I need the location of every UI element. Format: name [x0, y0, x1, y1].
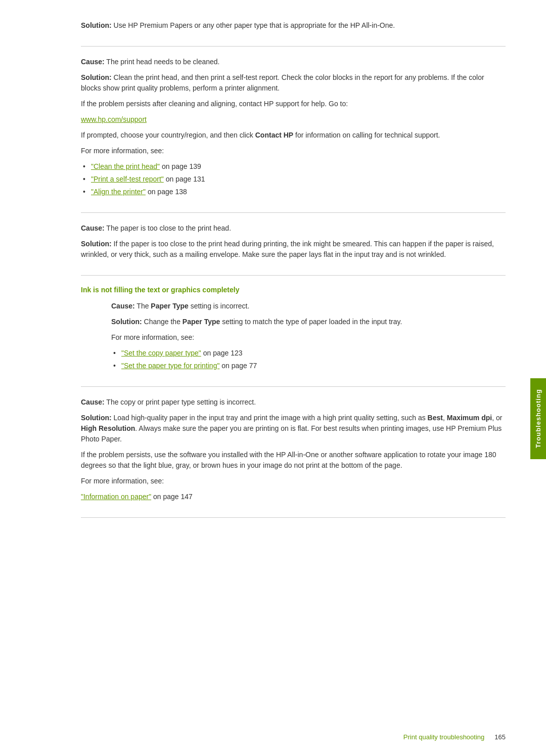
side-tab-troubleshooting: Troubleshooting [530, 378, 546, 459]
s2-cause-text: The print head needs to be cleaned. [105, 58, 220, 66]
s4-more-info: For more information, see: [111, 332, 506, 343]
clean-print-head-link[interactable]: "Clean the print head" [91, 162, 160, 170]
section-2: Cause: The print head needs to be cleane… [81, 57, 506, 213]
s2-prompted-post: for information on calling for technical… [293, 131, 440, 139]
self-test-rest: on page 131 [164, 175, 205, 183]
s2-cause-label: Cause: [81, 58, 105, 66]
s3-cause: Cause: The paper is too close to the pri… [81, 223, 506, 234]
info-on-paper-link[interactable]: "Information on paper" [81, 493, 151, 501]
s2-solution-label: Solution: [81, 73, 112, 81]
s5-best-bold: Best [428, 414, 443, 422]
s1-solution: Solution: Use HP Premium Papers or any o… [81, 20, 506, 31]
s4-paper-type-bold2: Paper Type [183, 318, 220, 326]
s1-solution-label: Solution: [81, 21, 112, 29]
list-item: "Set the copy paper type" on page 123 [121, 348, 506, 359]
self-test-report-link[interactable]: "Print a self-test report" [91, 175, 164, 183]
s4-solution-post: setting to match the type of paper loade… [220, 318, 402, 326]
footer-link[interactable]: Print quality troubleshooting [403, 733, 484, 741]
paper-type-printing-link[interactable]: "Set the paper type for printing" [121, 362, 219, 370]
s5-highres-bold: High Resolution [81, 424, 135, 432]
s4-solution: Solution: Change the Paper Type setting … [111, 317, 506, 327]
list-item: "Print a self-test report" on page 131 [91, 174, 506, 185]
list-item: "Set the paper type for printing" on pag… [121, 361, 506, 371]
s4-solution-pre: Change the [142, 318, 183, 326]
s2-solution: Solution: Clean the print head, and then… [81, 72, 506, 94]
s5-solution-pre: Load high-quality paper in the input tra… [112, 414, 428, 422]
s3-cause-label: Cause: [81, 224, 105, 232]
s2-more-info: For more information, see: [81, 146, 506, 156]
s3-cause-text: The paper is too close to the print head… [105, 224, 231, 232]
s2-contact-hp-bold: Contact HP [255, 131, 293, 139]
s4-paper-type-bold: Paper Type [151, 302, 188, 310]
s2-prompted-text: If prompted, choose your country/region,… [81, 130, 506, 141]
s5-cause-label: Cause: [81, 398, 105, 406]
s2-persists-text: If the problem persists after cleaning a… [81, 99, 506, 109]
s3-solution: Solution: If the paper is too close to t… [81, 239, 506, 260]
align-printer-link[interactable]: "Align the printer" [91, 188, 146, 196]
s2-solution-text: Clean the print head, and then print a s… [81, 73, 484, 92]
page-footer: Print quality troubleshooting 165 [0, 733, 546, 741]
section-4-content: Cause: The Paper Type setting is incorre… [81, 301, 506, 371]
s3-solution-text: If the paper is too close to the print h… [81, 240, 494, 258]
paper-type-printing-rest: on page 77 [219, 362, 257, 370]
copy-paper-type-rest: on page 123 [201, 349, 243, 357]
s4-bullet-list: "Set the copy paper type" on page 123 "S… [111, 348, 506, 371]
s4-cause-label: Cause: [111, 302, 135, 310]
s5-mid1: , [443, 414, 447, 422]
s2-prompted-pre: If prompted, choose your country/region,… [81, 131, 255, 139]
footer-page-number: 165 [494, 733, 506, 741]
s5-solution-post: . Always make sure the paper you are pri… [81, 424, 502, 443]
copy-paper-type-link[interactable]: "Set the copy paper type" [121, 349, 201, 357]
s5-solution: Solution: Load high-quality paper in the… [81, 413, 506, 444]
section-4: Ink is not filling the text or graphics … [81, 286, 506, 387]
s5-solution-label: Solution: [81, 414, 112, 422]
s2-bullet-list: "Clean the print head" on page 139 "Prin… [81, 161, 506, 197]
page-container: Solution: Use HP Premium Papers or any o… [0, 0, 546, 756]
s5-maxdpi-bold: Maximum dpi [447, 414, 492, 422]
s5-cause-text: The copy or print paper type setting is … [105, 398, 256, 406]
s4-cause-post: setting is incorrect. [189, 302, 250, 310]
list-item: "Clean the print head" on page 139 [91, 161, 506, 172]
align-printer-rest: on page 138 [146, 188, 187, 196]
s3-solution-label: Solution: [81, 240, 112, 248]
s5-cause: Cause: The copy or print paper type sett… [81, 397, 506, 408]
s5-info-on-paper: "Information on paper" on page 147 [81, 492, 506, 502]
section-1: Solution: Use HP Premium Papers or any o… [81, 20, 506, 47]
s4-cause: Cause: The Paper Type setting is incorre… [111, 301, 506, 312]
hp-support-link[interactable]: www.hp.com/support [81, 115, 147, 123]
s1-solution-text: Use HP Premium Papers or any other paper… [112, 21, 395, 29]
s5-mid2: , or [492, 414, 502, 422]
s2-hp-link[interactable]: www.hp.com/support [81, 114, 506, 125]
list-item: "Align the printer" on page 138 [91, 187, 506, 197]
section-4-heading: Ink is not filling the text or graphics … [81, 286, 506, 294]
s5-more-info: For more information, see: [81, 476, 506, 486]
info-on-paper-rest: on page 147 [151, 493, 193, 501]
section-3: Cause: The paper is too close to the pri… [81, 223, 506, 276]
s2-cause: Cause: The print head needs to be cleane… [81, 57, 506, 67]
section-5: Cause: The copy or print paper type sett… [81, 397, 506, 518]
s4-cause-pre: The [135, 302, 151, 310]
s5-persists-text: If the problem persists, use the softwar… [81, 450, 506, 471]
clean-print-head-rest: on page 139 [160, 162, 201, 170]
s4-solution-label: Solution: [111, 318, 142, 326]
